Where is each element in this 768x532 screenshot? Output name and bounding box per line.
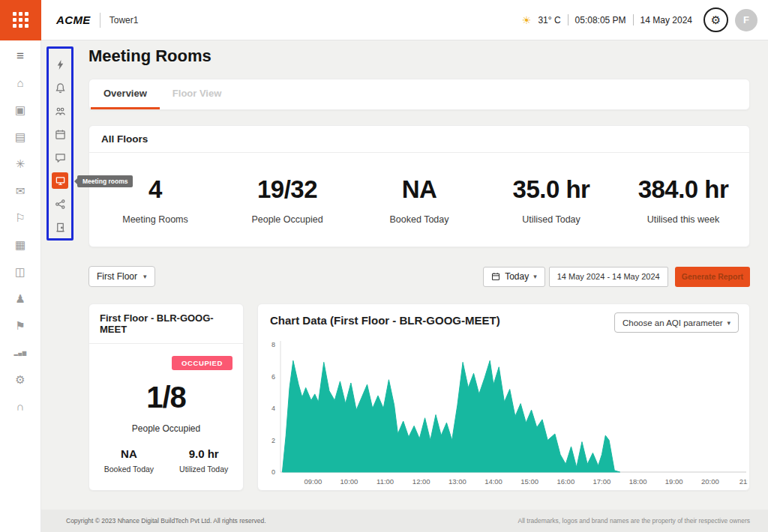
stat-value: NA: [353, 175, 485, 204]
displays-icon[interactable]: ◫: [10, 263, 30, 281]
module-rail: [48, 56, 72, 235]
primary-sidebar: ≡ ⌂ ▣ ▤ ✳ ✉ ⚐ ▦ ◫ ♟ ⚑ ▂▄▆ ⚙ ∩: [0, 40, 41, 532]
area-chart-svg: 0246809:0010:0011:0012:0013:0014:0015:00…: [264, 337, 748, 487]
stat-label: Utilised this week: [617, 214, 749, 225]
tab-floor-view[interactable]: Floor View: [160, 79, 235, 109]
bell-icon: [55, 82, 66, 94]
menu-icon[interactable]: ≡: [10, 47, 30, 65]
svg-text:13:00: 13:00: [448, 477, 466, 486]
svg-text:11:00: 11:00: [376, 477, 394, 486]
svg-text:19:00: 19:00: [665, 477, 683, 486]
room-card-title: First Floor - BLR-GOOG-MEET: [89, 304, 243, 344]
room-utilized-label: Utilized Today: [179, 465, 228, 474]
chat-bubble-icon: [55, 152, 66, 163]
hub-icon: [55, 199, 66, 210]
integrations-icon[interactable]: ✳: [10, 155, 30, 173]
calendar-icon: [55, 129, 66, 140]
home-icon[interactable]: ⌂: [10, 74, 30, 92]
connections-icon[interactable]: [52, 196, 68, 212]
avatar[interactable]: F: [735, 9, 758, 31]
stat-people-occupied: 19/32 People Occupied: [221, 175, 353, 225]
doors-icon[interactable]: [52, 219, 68, 235]
aqi-parameter-select[interactable]: Choose an AQI parameter ▾: [614, 312, 739, 333]
brand-logo: ACME: [56, 13, 91, 26]
header-separator: [633, 14, 634, 25]
temperature-value: 31° C: [538, 15, 560, 25]
support-icon[interactable]: ∩: [10, 398, 30, 416]
svg-text:10:00: 10:00: [340, 477, 358, 486]
stat-label: Meeting Rooms: [89, 214, 221, 225]
clock-value: 05:08:05 PM: [575, 15, 626, 25]
floor-select-value: First Floor: [97, 271, 137, 282]
reports-icon[interactable]: ⚑: [10, 317, 30, 335]
screen-icon: [55, 175, 66, 187]
room-booked-value: NA: [104, 447, 154, 460]
stat-label: Utilised Today: [485, 214, 617, 225]
room-occupancy-label: People Occupied: [89, 423, 243, 434]
chevron-down-icon: ▾: [533, 273, 537, 280]
svg-text:12:00: 12:00: [412, 477, 430, 486]
filter-row: First Floor ▾ Today ▾ 14 May 2024 - 14 M…: [88, 266, 750, 287]
tab-overview[interactable]: Overview: [91, 79, 160, 109]
weather-icon: ☀: [522, 14, 532, 26]
people-icon[interactable]: ♟: [10, 290, 30, 308]
svg-text:18:00: 18:00: [629, 477, 647, 486]
chevron-down-icon: ▾: [727, 319, 730, 327]
range-select[interactable]: Today ▾: [483, 267, 545, 287]
svg-text:6: 6: [272, 373, 275, 381]
stat-utilised-today: 35.0 hr Utilised Today: [485, 175, 617, 225]
occupied-status-badge: OCCUPIED: [172, 356, 232, 370]
app-launcher-button[interactable]: [0, 0, 41, 40]
stat-label: People Occupied: [221, 214, 353, 225]
room-occupancy-value: 1/8: [89, 381, 243, 414]
svg-text:21:0: 21:0: [740, 477, 748, 486]
stat-value: 19/32: [221, 175, 353, 204]
stat-label: Booked Today: [353, 214, 485, 225]
date-value: 14 May 2024: [640, 15, 692, 25]
feedback-icon[interactable]: [52, 149, 68, 166]
svg-text:16:00: 16:00: [556, 477, 574, 486]
footer-trademarks: All trademarks, logos and brand names ar…: [518, 517, 750, 525]
generate-report-button[interactable]: Generate Report: [675, 267, 750, 287]
floor-select[interactable]: First Floor ▾: [88, 266, 155, 287]
svg-text:15:00: 15:00: [520, 477, 538, 486]
apps-grid-icon: [13, 12, 28, 28]
devices-icon[interactable]: ▦: [10, 236, 30, 254]
header-divider: [100, 13, 100, 28]
booking-icon[interactable]: [52, 126, 68, 142]
alerts-icon[interactable]: [52, 79, 68, 96]
footer: Copyright © 2023 Nhance Digital BuildTec…: [41, 510, 768, 532]
svg-text:8: 8: [272, 341, 275, 348]
room-utilized-stat: 9.0 hr Utilized Today: [179, 447, 228, 474]
kiosk-icon[interactable]: ▤: [10, 128, 30, 146]
transport-icon[interactable]: ⚐: [10, 209, 30, 227]
date-range-field[interactable]: 14 May 2024 - 14 May 2024: [549, 267, 668, 287]
spaces-icon[interactable]: ▣: [10, 101, 30, 119]
meeting-rooms-icon[interactable]: [52, 172, 68, 189]
stat-value: 35.0 hr: [485, 175, 617, 204]
page-title: Meeting Rooms: [88, 46, 212, 66]
svg-text:09:00: 09:00: [304, 477, 322, 486]
chevron-down-icon: ▾: [143, 273, 147, 280]
stat-booked-today: NA Booked Today: [353, 175, 485, 225]
footer-copyright: Copyright © 2023 Nhance Digital BuildTec…: [66, 517, 266, 525]
svg-text:17:00: 17:00: [593, 477, 611, 486]
lightning-icon: [55, 59, 66, 70]
svg-text:4: 4: [272, 405, 275, 412]
all-floors-title: All Floors: [89, 126, 749, 153]
settings-nav-icon[interactable]: ⚙: [10, 371, 30, 389]
calendar-small-icon: [491, 272, 500, 281]
messages-icon[interactable]: ✉: [10, 182, 30, 200]
analytics-icon[interactable]: ▂▄▆: [10, 344, 30, 362]
gear-icon: ⚙: [711, 14, 721, 25]
all-floors-card: All Floors 4 Meeting Rooms 19/32 People …: [88, 125, 750, 247]
aqi-parameter-placeholder: Choose an AQI parameter: [622, 318, 723, 327]
chart-card: Chart Data (First Floor - BLR-GOOG-MEET)…: [257, 303, 750, 491]
energy-icon[interactable]: [52, 56, 68, 73]
people-group-icon: [55, 106, 66, 117]
svg-text:14:00: 14:00: [484, 477, 502, 486]
room-booked-stat: NA Booked Today: [104, 447, 154, 474]
settings-button[interactable]: ⚙: [704, 7, 728, 32]
meeting-rooms-tooltip: Meeting rooms: [77, 175, 133, 187]
occupancy-icon[interactable]: [52, 103, 68, 119]
